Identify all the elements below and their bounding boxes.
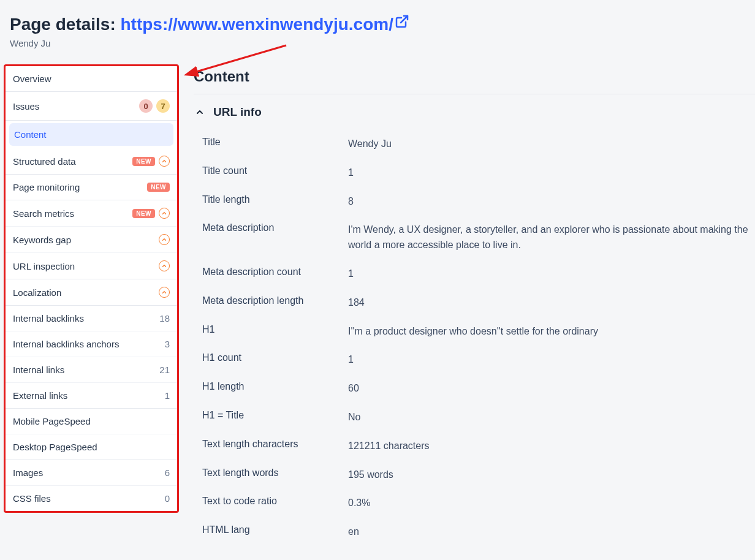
sidebar-item-label: External links	[13, 390, 67, 401]
upgrade-icon	[159, 208, 170, 219]
sidebar-item-internal-links[interactable]: Internal links21	[6, 357, 177, 383]
sidebar-item-label: Content	[14, 129, 47, 140]
info-row: TitleWendy Ju	[194, 130, 755, 159]
info-value: No	[348, 410, 753, 425]
upgrade-icon	[159, 287, 170, 298]
info-label: Title length	[202, 194, 348, 205]
section-title: URL info	[213, 105, 262, 119]
info-label: H1 length	[202, 381, 348, 392]
divider	[194, 94, 755, 94]
sidebar-item-localization[interactable]: Localization	[6, 279, 177, 305]
sidebar-item-page-monitoring[interactable]: Page monitoringNEW	[6, 175, 177, 200]
info-label: Text length characters	[202, 439, 348, 450]
page-header: Page details: https://www.wenxinwendyju.…	[0, 0, 755, 57]
info-label: Meta description count	[202, 267, 348, 278]
upgrade-icon	[159, 234, 170, 245]
svg-line-0	[401, 16, 408, 23]
section-url-info-toggle[interactable]: URL info	[194, 105, 755, 119]
info-value: 0.3%	[348, 496, 753, 511]
sidebar-item-search-metrics[interactable]: Search metricsNEW	[6, 200, 177, 227]
info-row: Text length words195 words	[194, 461, 755, 490]
sidebar-item-images[interactable]: Images6	[6, 460, 177, 486]
info-value: 60	[348, 381, 753, 396]
issue-count-badge: 0	[139, 99, 153, 113]
sidebar-item-css-files[interactable]: CSS files0	[6, 486, 177, 511]
info-label: H1 = Title	[202, 410, 348, 421]
new-badge: NEW	[132, 209, 155, 218]
sidebar-item-label: Localization	[13, 287, 61, 298]
info-label: H1 count	[202, 352, 348, 363]
sidebar-item-keywords-gap[interactable]: Keywords gap	[6, 227, 177, 253]
page-url-link[interactable]: https://www.wenxinwendyju.com/	[121, 15, 409, 34]
info-value: en	[348, 524, 753, 540]
info-label: H1	[202, 324, 348, 335]
info-value: 1	[348, 165, 753, 181]
main-content: Content URL info TitleWendy JuTitle coun…	[179, 57, 755, 547]
info-row: HTML langen	[194, 518, 755, 547]
item-count: 18	[159, 313, 170, 324]
upgrade-icon	[159, 260, 170, 271]
info-row: Title length8	[194, 187, 755, 216]
sidebar-item-external-links[interactable]: External links1	[6, 383, 177, 408]
info-row: H1I''m a product designer who doesn''t s…	[194, 317, 755, 346]
content-heading: Content	[194, 68, 755, 85]
info-label: Meta description length	[202, 295, 348, 306]
chevron-up-icon	[194, 106, 206, 118]
info-label: Title count	[202, 165, 348, 176]
sidebar-item-label: Search metrics	[13, 208, 74, 219]
item-count: 21	[159, 365, 170, 375]
sidebar-item-desktop-pagespeed[interactable]: Desktop PageSpeed	[6, 434, 177, 460]
info-row: Meta descriptionI'm Wendy, a UX designer…	[194, 216, 755, 260]
item-count: 1	[159, 390, 170, 401]
sidebar-item-label: CSS files	[13, 493, 51, 504]
info-value: I'm Wendy, a UX designer, a storyteller,…	[348, 222, 753, 253]
sidebar-item-label: Structured data	[13, 156, 76, 167]
sidebar-item-mobile-pagespeed[interactable]: Mobile PageSpeed	[6, 409, 177, 434]
issue-count-badge: 7	[156, 99, 170, 113]
info-value: 195 words	[348, 467, 753, 483]
sidebar-item-internal-backlinks-anchors[interactable]: Internal backlinks anchors3	[6, 331, 177, 357]
info-row: Text to code ratio0.3%	[194, 489, 755, 518]
info-label: HTML lang	[202, 524, 348, 535]
sidebar-item-label: Keywords gap	[13, 235, 71, 245]
page-subtitle: Wendy Ju	[10, 38, 745, 48]
sidebar-item-label: Internal backlinks	[13, 313, 84, 324]
info-row: Title count1	[194, 159, 755, 187]
info-value: 184	[348, 295, 753, 311]
sidebar-item-label: Issues	[13, 101, 39, 112]
new-badge: NEW	[132, 157, 155, 166]
info-row: H1 length60	[194, 374, 755, 403]
sidebar-item-structured-data[interactable]: Structured dataNEW	[6, 148, 177, 174]
sidebar-item-issues[interactable]: Issues07	[6, 92, 177, 120]
info-table: TitleWendy JuTitle count1Title length8Me…	[194, 130, 755, 547]
sidebar-item-internal-backlinks[interactable]: Internal backlinks18	[6, 306, 177, 331]
sidebar-item-overview[interactable]: Overview	[6, 66, 177, 91]
info-label: Text to code ratio	[202, 496, 348, 507]
sidebar-item-label: Images	[13, 467, 43, 478]
info-value: Wendy Ju	[348, 137, 753, 152]
info-label: Meta description	[202, 222, 348, 233]
sidebar-item-url-inspection[interactable]: URL inspection	[6, 253, 177, 279]
info-value: 1	[348, 352, 753, 368]
sidebar-item-label: Page monitoring	[13, 182, 80, 192]
info-value: 8	[348, 194, 753, 210]
item-count: 0	[159, 493, 170, 504]
info-value: 121211 characters	[348, 439, 753, 454]
page-title-prefix: Page details:	[10, 15, 121, 34]
sidebar-item-label: Mobile PageSpeed	[13, 416, 91, 426]
info-label: Text length words	[202, 467, 348, 479]
info-row: Meta description length184	[194, 289, 755, 317]
info-row: Meta description count1	[194, 260, 755, 289]
new-badge: NEW	[147, 183, 170, 192]
external-link-icon	[395, 13, 409, 28]
sidebar-item-label: Overview	[13, 74, 51, 84]
sidebar-item-content[interactable]: Content	[9, 123, 173, 146]
info-row: H1 count1	[194, 346, 755, 374]
sidebar: OverviewIssues07ContentStructured dataNE…	[4, 64, 179, 513]
sidebar-item-label: URL inspection	[13, 261, 75, 271]
info-row: Text length characters121211 characters	[194, 432, 755, 461]
sidebar-item-label: Internal backlinks anchors	[13, 339, 119, 349]
info-value: I''m a product designer who doesn''t set…	[348, 324, 753, 339]
item-count: 3	[159, 339, 170, 349]
upgrade-icon	[159, 156, 170, 167]
